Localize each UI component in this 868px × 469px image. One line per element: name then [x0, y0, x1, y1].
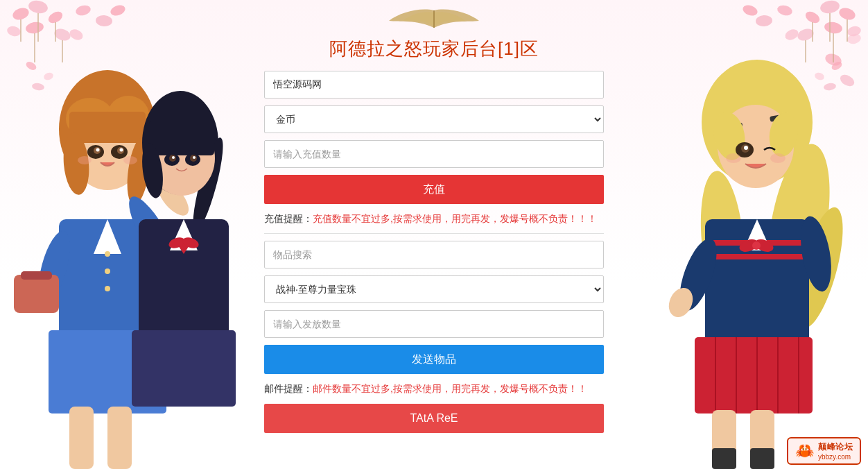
- svg-point-61: [105, 251, 110, 257]
- send-item-button[interactable]: 发送物品: [264, 345, 604, 374]
- svg-point-107: [726, 153, 741, 163]
- watermark-brand: 颠峰论坛: [818, 441, 853, 453]
- username-input[interactable]: [264, 71, 604, 99]
- watermark: 🦀 颠峰论坛 ybbzy.com: [780, 433, 868, 469]
- svg-point-7: [95, 15, 112, 27]
- svg-rect-70: [149, 121, 214, 155]
- svg-point-54: [78, 156, 92, 164]
- svg-point-23: [783, 27, 800, 42]
- petal-scatter-right: [806, 56, 847, 97]
- svg-rect-98: [750, 448, 774, 469]
- logo-area: [264, 7, 604, 31]
- svg-point-18: [847, 25, 862, 38]
- svg-point-30: [25, 60, 38, 72]
- svg-rect-89: [695, 337, 813, 413]
- svg-point-33: [831, 60, 844, 72]
- svg-point-52: [96, 148, 100, 152]
- item-select[interactable]: 战神·至尊力量宝珠 普通道具 特殊装备: [264, 275, 604, 303]
- recharge-notice: 充值提醒：充值数量不宜过多,按需求使用，用完再发，发爆号概不负责！！！: [264, 211, 604, 226]
- recharge-notice-prefix: 充值提醒：: [264, 213, 313, 224]
- svg-point-19: [824, 21, 843, 35]
- svg-rect-68: [132, 330, 236, 407]
- svg-point-77: [193, 156, 196, 159]
- mail-notice: 邮件提醒：邮件数量不宜过多,按需求使用，用完再发，发爆号概不负责！！: [264, 381, 604, 396]
- svg-point-4: [25, 21, 44, 35]
- svg-rect-97: [712, 448, 736, 469]
- svg-rect-41: [107, 407, 132, 469]
- center-panel: 阿德拉之怒玩家后台[1]区 金币 钻石 积分 充值 充值提醒：充值数量不宜过多,…: [264, 0, 604, 440]
- svg-point-55: [123, 156, 137, 164]
- svg-point-114: [752, 241, 761, 250]
- crab-icon: 🦀: [795, 442, 814, 460]
- svg-rect-59: [14, 275, 59, 313]
- svg-point-21: [776, 3, 794, 17]
- svg-point-8: [68, 27, 85, 42]
- svg-point-16: [819, 0, 841, 15]
- currency-select[interactable]: 金币 钻石 积分: [264, 105, 604, 133]
- svg-point-9: [109, 3, 126, 18]
- svg-point-22: [755, 15, 772, 27]
- mail-notice-text: 邮件数量不宜过多,按需求使用，用完再发，发爆号概不负责！！: [313, 383, 587, 394]
- svg-point-32: [31, 83, 44, 92]
- logo-decoration: [379, 7, 489, 31]
- svg-point-106: [744, 146, 748, 150]
- recharge-notice-text: 充值数量不宜过多,按需求使用，用完再发，发爆号概不负责！！！: [313, 213, 597, 224]
- svg-point-6: [75, 3, 92, 17]
- svg-point-3: [6, 25, 22, 38]
- petal-scatter-left: [21, 56, 62, 97]
- svg-point-35: [823, 83, 836, 92]
- svg-point-108: [770, 153, 785, 163]
- page-title: 阿德拉之怒玩家后台[1]区: [329, 37, 539, 61]
- svg-point-34: [814, 71, 826, 81]
- svg-point-62: [105, 268, 110, 274]
- item-search-input[interactable]: [264, 241, 604, 268]
- svg-point-53: [120, 148, 123, 152]
- svg-rect-87: [705, 254, 809, 259]
- recharge-button[interactable]: 充值: [264, 175, 604, 204]
- recharge-amount-input[interactable]: [264, 140, 604, 168]
- svg-point-24: [741, 3, 758, 18]
- svg-rect-60: [21, 271, 52, 280]
- bottom-button[interactable]: TAtA ReE: [264, 404, 604, 433]
- send-quantity-input[interactable]: [264, 310, 604, 338]
- watermark-url: ybbzy.com: [818, 453, 851, 461]
- svg-point-31: [43, 71, 55, 81]
- svg-point-76: [172, 156, 175, 159]
- blossom-topright: [729, 0, 868, 69]
- svg-point-63: [105, 286, 110, 291]
- mail-notice-prefix: 邮件提醒：: [264, 383, 313, 394]
- divider-1: [264, 233, 604, 234]
- svg-rect-40: [69, 407, 94, 469]
- svg-point-1: [28, 0, 49, 15]
